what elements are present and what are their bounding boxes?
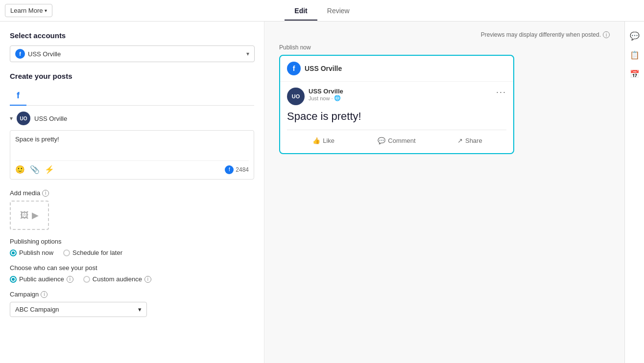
preview-comment-action[interactable]: 💬 Comment (360, 134, 433, 147)
select-accounts-title: Select accounts (10, 31, 254, 40)
comment-label: Comment (388, 137, 415, 144)
publish-now-label: Publish now (279, 44, 610, 51)
preview-user-row: UO USS Orville Just now · 🌐 ··· (287, 88, 506, 105)
tab-review[interactable]: Review (317, 2, 359, 21)
account-selector-chevron: ▾ (246, 50, 249, 57)
comment-icon: 💬 (378, 137, 385, 144)
tab-edit[interactable]: Edit (285, 2, 317, 21)
add-media-label: Add media i (10, 189, 254, 197)
emoji-icon[interactable]: 🙂 (15, 165, 25, 174)
publishing-label: Publishing options (10, 238, 254, 245)
campaign-select[interactable]: ABC Campaign ▾ (10, 302, 147, 317)
like-icon: 👍 (312, 137, 320, 144)
preview-post-text: Space is pretty! (287, 110, 506, 123)
preview-avatar: UO (287, 88, 305, 105)
sidebar-clipboard-icon[interactable]: 📋 (630, 50, 640, 60)
share-label: Share (465, 137, 482, 144)
post-box: Space is pretty! 🙂 📎 ⚡ f 2484 (10, 130, 254, 180)
custom-audience-option[interactable]: Custom audience i (83, 275, 151, 283)
campaign-value: ABC Campaign (15, 306, 59, 313)
create-posts-section: Create your posts f ▾ UO USS Orville Spa… (10, 72, 254, 180)
audience-label: Choose who can see your post (10, 264, 254, 272)
preview-card: f USS Orville UO USS Orville Just now · … (279, 55, 514, 154)
char-count-circle: f (225, 165, 234, 174)
account-avatar: UO (17, 112, 30, 125)
char-count-number: 2484 (236, 166, 249, 173)
facebook-tab-icon: f (17, 91, 20, 100)
add-media-section: Add media i 🖼 ▶ (10, 189, 254, 230)
like-label: Like (323, 137, 334, 144)
platform-tabs: f (10, 86, 254, 106)
learn-more-button[interactable]: Learn More ▾ (5, 4, 52, 17)
facebook-globe-icon: f (15, 49, 25, 59)
sidebar-chat-icon[interactable]: 💬 (630, 31, 640, 41)
preview-timestamp: Just now (309, 95, 330, 101)
account-selector-name: USS Orville (28, 50, 61, 58)
preview-card-body: UO USS Orville Just now · 🌐 ··· Space is… (280, 82, 513, 153)
public-audience-info-icon: i (67, 276, 73, 283)
char-count: f 2484 (225, 165, 249, 174)
learn-more-label: Learn More (10, 7, 43, 14)
preview-meta: Just now · 🌐 (309, 95, 343, 101)
preview-globe-icon: 🌐 (334, 95, 341, 101)
preview-user-info: UO USS Orville Just now · 🌐 (287, 88, 343, 105)
collapse-toggle[interactable]: ▾ (10, 115, 13, 122)
right-sidebar: 💬 📋 📅 (624, 22, 644, 363)
image-upload-icon: 🖼 (20, 210, 29, 221)
preview-card-header: f USS Orville (280, 56, 513, 82)
publish-now-option[interactable]: Publish now (10, 249, 53, 256)
publish-now-radio[interactable] (10, 250, 17, 256)
preview-account-name: USS Orville (305, 65, 342, 72)
publishing-radio-group: Publish now Schedule for later (10, 249, 254, 256)
post-toolbar: 🙂 📎 ⚡ f 2484 (15, 160, 249, 174)
attachment-icon[interactable]: 📎 (30, 165, 40, 174)
preview-more-options[interactable]: ··· (496, 88, 506, 96)
preview-separator: · (331, 95, 333, 101)
publishing-section: Publishing options Publish now Schedule … (10, 238, 254, 256)
audience-radio-group: Public audience i Custom audience i (10, 275, 254, 283)
sidebar-calendar-icon[interactable]: 📅 (630, 69, 640, 79)
media-upload-box[interactable]: 🖼 ▶ (10, 201, 49, 230)
left-panel: Select accounts f USS Orville ▾ Create y… (0, 22, 264, 363)
campaign-section: Campaign i ABC Campaign ▾ (10, 291, 254, 317)
preview-facebook-icon: f (287, 62, 301, 75)
custom-audience-radio[interactable] (83, 276, 90, 283)
post-textarea[interactable]: Space is pretty! (15, 136, 249, 155)
audience-section: Choose who can see your post Public audi… (10, 264, 254, 283)
campaign-info-icon: i (41, 291, 48, 298)
account-row: ▾ UO USS Orville (10, 112, 254, 125)
top-bar: Learn More ▾ Edit Review (0, 0, 644, 22)
preview-like-action[interactable]: 👍 Like (287, 134, 360, 147)
post-icons: 🙂 📎 ⚡ (15, 165, 54, 174)
platform-tab-empty[interactable] (26, 87, 40, 106)
lightning-icon[interactable]: ⚡ (45, 165, 54, 174)
main-tabs: Edit Review (285, 1, 359, 20)
create-posts-title: Create your posts (10, 72, 254, 80)
account-selector-left: f USS Orville (15, 49, 61, 59)
preview-share-action[interactable]: ↗ Share (433, 134, 506, 147)
main-layout: Select accounts f USS Orville ▾ Create y… (0, 22, 644, 363)
preview-info-icon: i (603, 31, 610, 38)
account-row-name: USS Orville (34, 115, 67, 122)
right-panel: Previews may display differently when po… (264, 22, 624, 363)
schedule-later-radio[interactable] (63, 250, 70, 256)
preview-name-meta: USS Orville Just now · 🌐 (309, 88, 343, 101)
campaign-chevron-icon: ▾ (138, 306, 142, 313)
share-icon: ↗ (457, 137, 463, 144)
preview-note: Previews may display differently when po… (279, 31, 610, 38)
account-selector[interactable]: f USS Orville ▾ (10, 45, 255, 62)
video-upload-icon: ▶ (32, 210, 39, 221)
schedule-later-option[interactable]: Schedule for later (63, 249, 122, 256)
public-audience-radio[interactable] (10, 276, 17, 283)
preview-name: USS Orville (309, 88, 343, 95)
platform-tab-facebook[interactable]: f (10, 87, 26, 106)
campaign-label: Campaign i (10, 291, 254, 298)
custom-audience-info-icon: i (144, 276, 151, 283)
preview-actions: 👍 Like 💬 Comment ↗ Share (287, 130, 506, 147)
public-audience-option[interactable]: Public audience i (10, 275, 73, 283)
chevron-down-icon: ▾ (45, 8, 47, 13)
add-media-info-icon: i (42, 190, 49, 197)
